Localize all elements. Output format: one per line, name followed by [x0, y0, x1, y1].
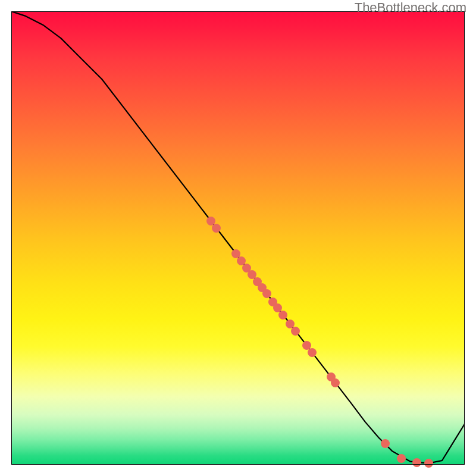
- data-point-marker: [278, 311, 287, 320]
- watermark-text: TheBottleneck.com: [355, 0, 466, 15]
- bottleneck-curve: [11, 11, 465, 465]
- plot-area: [11, 11, 465, 465]
- data-point-marker: [424, 459, 433, 468]
- data-point-marker: [308, 348, 317, 357]
- data-point-marker: [262, 289, 271, 298]
- data-point-marker: [412, 458, 421, 467]
- data-point-marker: [397, 454, 406, 463]
- data-point-marker: [212, 224, 221, 233]
- chart-canvas: TheBottleneck.com: [0, 0, 476, 476]
- curve-path: [11, 11, 465, 464]
